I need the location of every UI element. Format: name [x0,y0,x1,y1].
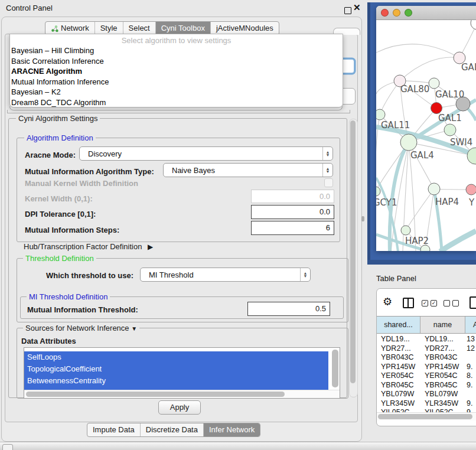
network-node-gal10[interactable] [429,78,439,89]
network-canvas[interactable]: GALGAL80GAL10GAL1GAL11SWI4GAL4GCY1HAP4YH… [376,20,476,251]
list-vscrollbar[interactable] [332,350,338,387]
tab-jactivemnodules[interactable]: jActiveMNodules [210,22,279,35]
node-label: GAL1 [438,113,462,123]
hub-section-toggle[interactable]: Hub/Transcription Factor Definition ▶ [24,242,153,251]
tab-discretize-data[interactable]: Discretize Data [140,423,203,436]
tab-infer-network[interactable]: Infer Network [203,423,260,436]
table-row[interactable]: YBR045CYBR045C9. [377,381,476,390]
float-icon[interactable] [344,7,351,14]
network-node-gal11[interactable] [376,109,385,120]
dpi-tolerance-field[interactable]: 0.0 [251,205,334,219]
algorithm-option-bayesian-k2[interactable]: Bayesian – K2 [10,87,343,97]
mi-algorithm-type-select[interactable]: Naive Bayes ▲▼ [163,163,333,177]
minimize-traffic-light[interactable] [393,9,400,17]
table-row[interactable]: YIL052CYIL052C9 [377,408,476,412]
network-node-hap4[interactable] [428,183,440,195]
network-node-gal1[interactable] [431,103,442,114]
table-row[interactable]: YBR043CYBR043C [377,353,476,363]
node-label: HAP4 [435,197,459,207]
algorithm-option-mutual-information-inference[interactable]: Mutual Information Inference [10,77,343,87]
table-panel: ⚙ ✓✓ shared...nameA YDL19...YDL19...13YD… [376,288,476,426]
mi-algorithm-type-label: Mutual Information Algorithm Type: [25,167,154,176]
deselect-all-checks-icon[interactable] [444,300,459,306]
table-row[interactable]: YBL079WYBL079W [377,390,476,399]
attribute-item-topologicalcoefficient[interactable]: TopologicalCoefficient [24,363,328,375]
apply-button[interactable]: Apply [158,400,201,415]
table-cell: 9. [465,399,476,409]
network-node-gcy1[interactable] [376,187,380,196]
algorithm-option-dream8-dc-tdc-algorithm[interactable]: Dream8 DC_TDC Algorithm [10,97,343,108]
table-cell: YBR043C [420,353,465,363]
zoom-traffic-light[interactable] [405,9,412,17]
which-threshold-label: Which threshold to use: [46,271,133,280]
table-row[interactable]: YDL19...YDL19...13 [377,335,476,344]
network-node-swi4[interactable] [444,124,456,136]
new-table-icon[interactable] [470,296,476,309]
tab-network[interactable]: Network [45,22,94,35]
network-node-gal4[interactable] [400,134,417,151]
tab-label: Style [100,22,118,35]
which-threshold-select[interactable]: MI Threshold ▲▼ [140,268,311,282]
kernel-width-field[interactable]: 0.0 [251,190,334,203]
mi-threshold-label: Mutual Information Threshold: [27,305,138,314]
aracne-mode-select[interactable]: Discovery ▲▼ [79,146,333,161]
algorithm-option-aracne-algorithm[interactable]: ARACNE Algorithm [10,66,343,77]
data-attributes-list[interactable]: SelfLoopsTopologicalCoefficientBetweenne… [24,347,340,399]
column-header-shared[interactable]: shared... [377,317,420,333]
mi-steps-field[interactable]: 6 [251,221,334,235]
table-hscrollbar[interactable] [377,412,476,420]
tab-style[interactable]: Style [94,22,123,35]
tab-impute-data[interactable]: Impute Data [87,423,140,436]
table-cell: YDL19... [420,335,465,344]
table-panel-title: Table Panel [376,274,416,283]
splitter-handle[interactable] [361,216,364,221]
close-icon[interactable]: ✕ [353,2,361,13]
table-cell: 12 [465,344,476,354]
select-all-checks-icon[interactable]: ✓✓ [422,300,437,306]
tab-cyni-toolbox[interactable]: Cyni Toolbox [155,22,210,35]
stepper-icon: ▲▼ [322,164,332,177]
table-cell: YBR043C [377,353,420,363]
table-cell: 8. [465,371,476,381]
table-cell: YLR345W [420,399,465,409]
column-header-name[interactable]: name [420,317,465,333]
network-node-hap2[interactable] [401,226,410,235]
tab-select[interactable]: Select [123,22,155,35]
desktop-edge [367,2,370,265]
algorithm-dropdown: Select algorithm to view settings Bayesi… [9,34,343,107]
attribute-item-betweennesscentrality[interactable]: BetweennessCentrality [24,375,328,387]
table-rows: YDL19...YDL19...13YDR27...YDR27...12YBR0… [377,335,476,412]
algorithm-option-basic-correlation-inference[interactable]: Basic Correlation Inference [10,56,343,67]
bottom-left-widget[interactable] [2,444,13,450]
close-traffic-light[interactable] [381,9,389,17]
node-label: GCY1 [376,197,397,208]
bottom-bar [0,442,476,450]
table-row[interactable]: YDR27...YDR27...12 [377,344,476,354]
dpi-tolerance-label: DPI Tolerance [0,1]: [25,210,96,219]
table-cell: 9 [465,408,476,412]
manual-kernel-checkbox[interactable] [324,178,333,187]
table-toolbar: ⚙ ✓✓ [377,289,476,316]
mi-threshold-field[interactable]: 0.5 [247,302,330,316]
hidden-group-bottom-fragment [7,110,350,113]
table-header: shared...nameA [377,316,476,334]
columns-icon[interactable] [403,298,414,308]
network-node[interactable] [471,20,476,30]
settings-scrollbar[interactable] [349,119,358,397]
node-label: GAL4 [410,150,434,161]
network-window-titlebar[interactable] [376,6,476,20]
table-row[interactable]: YPR145WYPR145W9. [377,363,476,372]
table-row[interactable]: YER054CYER054C8. [377,371,476,381]
table-row[interactable]: YLR345WYLR345W9. [377,399,476,409]
algorithm-option-bayesian-hill-climbing[interactable]: Bayesian – Hill Climbing [10,45,343,56]
list-hscrollbar[interactable] [24,390,340,398]
aracne-mode-label: Aracne Mode: [25,151,76,159]
table-cell: 13 [465,335,476,344]
mi-steps-label: Mutual Information Steps: [25,226,119,234]
gear-icon[interactable]: ⚙ [383,295,392,308]
attribute-item-selfloops[interactable]: SelfLoops [24,351,328,363]
sources-group-title[interactable]: Sources for Network Inference ▼ [23,324,139,332]
tab-label: Network [61,22,89,35]
column-header-a[interactable]: A [465,317,476,333]
network-node-y[interactable] [466,184,476,195]
